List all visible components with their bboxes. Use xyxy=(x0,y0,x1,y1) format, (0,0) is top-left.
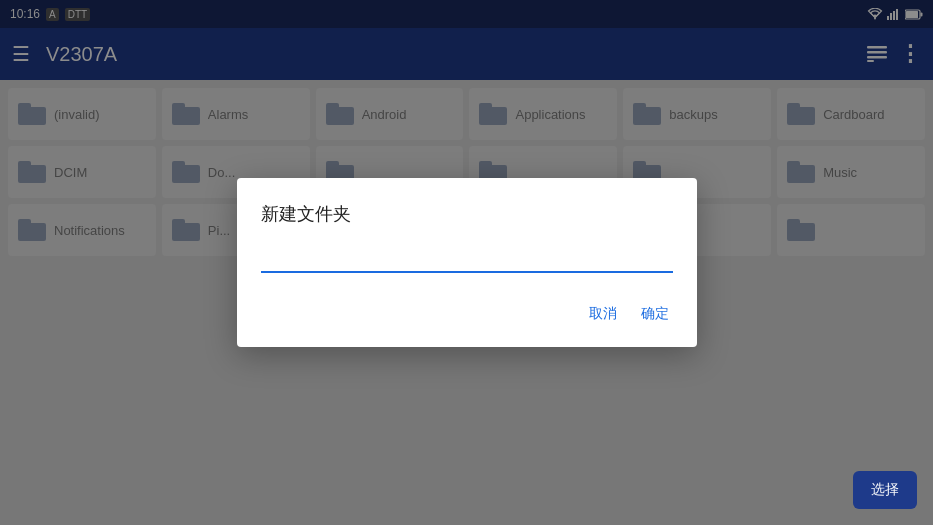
dialog-title: 新建文件夹 xyxy=(261,202,673,226)
cancel-button[interactable]: 取消 xyxy=(585,297,621,331)
select-fab[interactable]: 选择 xyxy=(853,471,917,509)
dialog-overlay: 新建文件夹 取消 确定 xyxy=(0,0,933,525)
dialog-actions: 取消 确定 xyxy=(261,297,673,331)
new-folder-dialog: 新建文件夹 取消 确定 xyxy=(237,178,697,347)
confirm-button[interactable]: 确定 xyxy=(637,297,673,331)
folder-name-input[interactable] xyxy=(261,246,673,273)
dialog-input-container xyxy=(261,246,673,273)
